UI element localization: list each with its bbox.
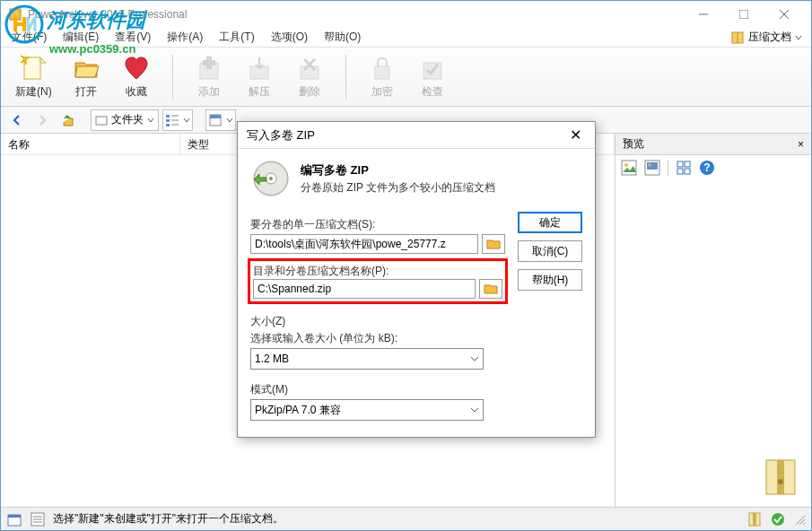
cancel-button[interactable]: 取消(C) bbox=[518, 240, 582, 262]
ok-button[interactable]: 确定 bbox=[518, 212, 582, 233]
status-check-icon[interactable] bbox=[770, 511, 786, 527]
size-label2: 选择或输入卷大小 (单位为 kB): bbox=[250, 331, 505, 346]
preview-body bbox=[616, 180, 811, 507]
status-resize-grip[interactable] bbox=[793, 513, 806, 526]
check-button[interactable]: 检查 bbox=[411, 52, 454, 101]
menu-action[interactable]: 操作(A) bbox=[160, 28, 210, 47]
close-button[interactable] bbox=[764, 2, 804, 27]
source-label: 要分卷的单一压缩文档(S): bbox=[250, 217, 505, 232]
svg-rect-35 bbox=[685, 161, 690, 167]
favorite-label: 收藏 bbox=[126, 84, 147, 100]
preview-grid-icon[interactable] bbox=[676, 160, 692, 176]
status-message: 选择"新建"来创建或"打开"来打开一个压缩文档。 bbox=[53, 511, 284, 527]
view-dropdown[interactable] bbox=[162, 109, 193, 131]
app-icon bbox=[8, 7, 22, 22]
svg-rect-41 bbox=[777, 460, 784, 494]
add-label: 添加 bbox=[198, 84, 220, 100]
svg-rect-50 bbox=[753, 513, 756, 526]
extract-button[interactable]: 解压 bbox=[238, 52, 281, 101]
col-name[interactable]: 名称 bbox=[1, 134, 180, 154]
nav-up-button[interactable] bbox=[57, 109, 78, 131]
dialog-heading: 编写多卷 ZIP bbox=[301, 162, 495, 178]
new-button[interactable]: 新建(N) bbox=[10, 52, 57, 101]
menu-view[interactable]: 查看(V) bbox=[108, 28, 158, 47]
compress-doc-label: 压缩文档 bbox=[748, 30, 791, 45]
svg-rect-1 bbox=[10, 9, 21, 20]
chevron-down-icon bbox=[147, 117, 154, 124]
folder-icon bbox=[95, 114, 108, 126]
lock-icon bbox=[368, 54, 397, 83]
folder-dropdown[interactable]: 文件夹 bbox=[91, 109, 159, 131]
maximize-button[interactable] bbox=[723, 2, 764, 27]
size-label1: 大小(Z) bbox=[250, 314, 505, 329]
menu-file[interactable]: 文件(F) bbox=[4, 28, 54, 47]
source-input[interactable] bbox=[250, 234, 478, 254]
mode-select[interactable]: PkZip/PA 7.0 兼容 bbox=[250, 399, 484, 421]
nav-back-button[interactable] bbox=[6, 109, 28, 131]
svg-point-33 bbox=[649, 164, 651, 167]
svg-line-54 bbox=[803, 523, 805, 525]
status-icon1[interactable] bbox=[6, 511, 22, 527]
favorite-button[interactable]: 收藏 bbox=[115, 52, 158, 101]
status-archive-icon[interactable] bbox=[747, 511, 763, 527]
minimize-button[interactable] bbox=[683, 2, 723, 27]
compress-doc-button[interactable]: 压缩文档 bbox=[725, 28, 808, 47]
status-icon2[interactable] bbox=[30, 511, 46, 527]
menu-edit[interactable]: 编辑(E) bbox=[56, 28, 106, 47]
preview-toolbar: ? bbox=[616, 155, 811, 180]
check-icon bbox=[418, 54, 447, 83]
svg-marker-9 bbox=[40, 57, 46, 63]
dest-browse-button[interactable] bbox=[479, 279, 502, 299]
chevron-down-icon bbox=[470, 405, 479, 414]
open-label: 打开 bbox=[75, 84, 97, 100]
dest-label: 目录和分卷压缩文档名称(P): bbox=[253, 264, 502, 279]
preview-image2-icon[interactable] bbox=[644, 160, 660, 176]
folder-label: 文件夹 bbox=[111, 112, 144, 127]
menu-help[interactable]: 帮助(O) bbox=[317, 28, 368, 47]
menubar: 文件(F) 编辑(E) 查看(V) 操作(A) 工具(T) 选项(O) 帮助(O… bbox=[1, 28, 811, 48]
preview-help-icon[interactable]: ? bbox=[699, 160, 715, 176]
svg-point-58 bbox=[269, 177, 273, 180]
chevron-down-icon bbox=[470, 354, 479, 363]
preview-close-button[interactable]: × bbox=[798, 138, 804, 151]
svg-rect-44 bbox=[8, 515, 21, 518]
size-value: 1.2 MB bbox=[255, 353, 289, 365]
main-toolbar: 新建(N) 打开 收藏 添加 解压 删除 bbox=[1, 48, 811, 107]
svg-text:?: ? bbox=[703, 161, 710, 174]
menu-options[interactable]: 选项(O) bbox=[264, 28, 315, 47]
menu-tools[interactable]: 工具(T) bbox=[212, 28, 261, 47]
chevron-down-icon bbox=[795, 34, 802, 41]
heart-icon bbox=[122, 54, 151, 83]
span-zip-dialog: 写入多卷 ZIP ✕ 编写多卷 ZIP 分卷原始 ZIP 文件为多个较小的压缩文… bbox=[237, 121, 596, 438]
style-dropdown[interactable] bbox=[205, 109, 236, 131]
svg-point-42 bbox=[778, 479, 783, 484]
svg-rect-28 bbox=[210, 115, 221, 118]
svg-rect-13 bbox=[203, 60, 215, 65]
svg-rect-23 bbox=[166, 124, 170, 126]
svg-rect-32 bbox=[647, 162, 658, 170]
add-button[interactable]: 添加 bbox=[188, 52, 231, 101]
svg-rect-34 bbox=[677, 161, 683, 167]
encrypt-label: 加密 bbox=[371, 84, 393, 100]
preview-image-icon[interactable] bbox=[621, 160, 637, 176]
titlebar: PowerArchiver 2015 Professional bbox=[1, 1, 811, 28]
new-icon bbox=[19, 54, 48, 83]
highlight-box: 目录和分卷压缩文档名称(P): bbox=[248, 258, 508, 304]
chevron-down-icon bbox=[226, 117, 233, 124]
size-select[interactable]: 1.2 MB bbox=[250, 348, 484, 370]
encrypt-button[interactable]: 加密 bbox=[361, 52, 404, 101]
check-label: 检查 bbox=[422, 84, 443, 100]
mode-label: 模式(M) bbox=[250, 382, 505, 397]
svg-point-51 bbox=[772, 513, 784, 526]
svg-rect-21 bbox=[166, 115, 170, 118]
open-button[interactable]: 打开 bbox=[65, 52, 108, 101]
nav-forward-button[interactable] bbox=[31, 109, 53, 131]
source-browse-button[interactable] bbox=[482, 234, 505, 254]
dialog-close-button[interactable]: ✕ bbox=[564, 125, 586, 146]
extract-icon bbox=[245, 54, 274, 83]
chevron-down-icon bbox=[183, 117, 190, 124]
svg-rect-8 bbox=[24, 57, 40, 79]
dest-input[interactable] bbox=[253, 279, 476, 299]
help-button[interactable]: 帮助(H) bbox=[518, 269, 582, 291]
delete-button[interactable]: 删除 bbox=[288, 52, 331, 101]
